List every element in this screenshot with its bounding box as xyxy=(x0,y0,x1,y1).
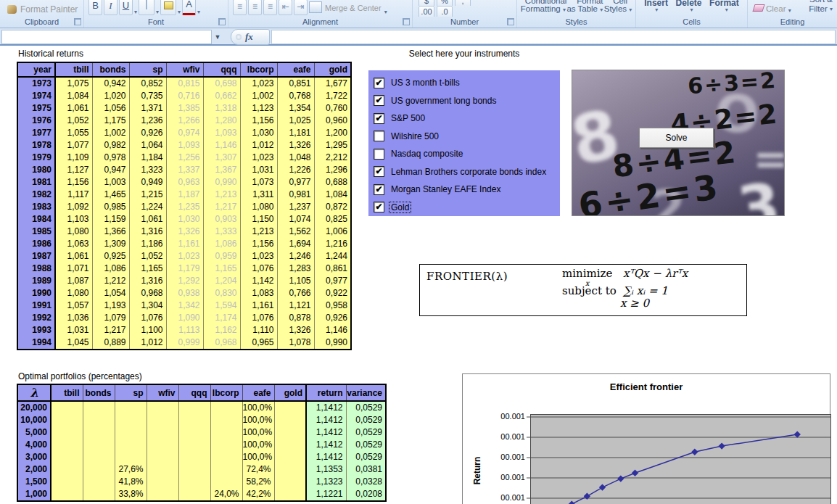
hist-value-cell[interactable]: 1,354 xyxy=(277,102,314,115)
hist-value-cell[interactable]: 0,999 xyxy=(166,336,203,350)
hist-value-cell[interactable]: 1,224 xyxy=(129,201,166,213)
port-col-wfiv[interactable]: wfiv xyxy=(147,384,178,401)
hist-year-cell[interactable]: 1991 xyxy=(17,299,55,312)
hist-col-lbcorp[interactable]: lbcorp xyxy=(240,62,277,77)
port-weight-cell[interactable] xyxy=(178,476,210,488)
hist-value-cell[interactable]: 1,031 xyxy=(240,164,277,176)
port-weight-cell[interactable]: 58,2% xyxy=(242,476,274,488)
port-variance-cell[interactable]: 0,0208 xyxy=(346,488,386,501)
hist-value-cell[interactable]: 1,063 xyxy=(55,238,92,250)
hist-value-cell[interactable]: 0,878 xyxy=(277,312,314,324)
alignment-dialog-launcher-icon[interactable] xyxy=(403,18,410,25)
hist-value-cell[interactable]: 1,161 xyxy=(240,299,277,312)
conditional-formatting-button[interactable]: Formatting ▾ xyxy=(521,4,566,13)
insert-dropdown-icon[interactable]: ▾ xyxy=(655,7,658,13)
hist-year-cell[interactable]: 1993 xyxy=(17,324,55,336)
hist-value-cell[interactable]: 1,256 xyxy=(166,152,203,164)
delete-dropdown-icon[interactable]: ▾ xyxy=(690,7,693,13)
hist-value-cell[interactable]: 1,031 xyxy=(55,324,92,336)
hist-value-cell[interactable]: 1,084 xyxy=(314,189,351,201)
instrument-checkbox[interactable]: ✔ xyxy=(374,184,384,195)
port-col-λ[interactable]: λ xyxy=(17,384,51,401)
hist-value-cell[interactable]: 1,079 xyxy=(92,312,129,324)
hist-year-cell[interactable]: 1989 xyxy=(17,275,55,287)
port-weight-cell[interactable] xyxy=(51,463,83,476)
hist-value-cell[interactable]: 0,982 xyxy=(92,139,129,152)
hist-col-wfiv[interactable]: wfiv xyxy=(166,62,203,77)
hist-value-cell[interactable]: 1,213 xyxy=(203,189,240,201)
hist-value-cell[interactable]: 1,465 xyxy=(92,189,129,201)
port-weight-cell[interactable] xyxy=(210,451,242,463)
hist-value-cell[interactable]: 1,121 xyxy=(277,299,314,312)
hist-value-cell[interactable]: 0,960 xyxy=(314,115,351,127)
hist-value-cell[interactable]: 1,054 xyxy=(92,287,129,299)
hist-value-cell[interactable]: 0,716 xyxy=(166,90,203,102)
instrument-checkbox[interactable]: ✔ xyxy=(374,113,384,124)
hist-value-cell[interactable]: 1,105 xyxy=(277,275,314,287)
hist-value-cell[interactable]: 1,385 xyxy=(166,102,203,115)
port-weight-cell[interactable] xyxy=(210,439,242,451)
hist-value-cell[interactable]: 0,872 xyxy=(314,201,351,213)
hist-value-cell[interactable]: 1,179 xyxy=(166,263,203,275)
hist-value-cell[interactable]: 1,117 xyxy=(55,189,92,201)
hist-value-cell[interactable]: 1,074 xyxy=(277,213,314,226)
port-col-tbill[interactable]: tbill xyxy=(51,384,83,401)
hist-value-cell[interactable]: 1,080 xyxy=(240,201,277,213)
hist-value-cell[interactable]: 1,677 xyxy=(314,77,351,90)
port-weight-cell[interactable] xyxy=(115,401,147,414)
port-return-cell[interactable]: 1,1323 xyxy=(306,476,346,488)
hist-value-cell[interactable]: 1,216 xyxy=(314,238,351,250)
hist-value-cell[interactable]: 1,100 xyxy=(129,324,166,336)
hist-value-cell[interactable]: 1,161 xyxy=(166,238,203,250)
hist-value-cell[interactable]: 0,925 xyxy=(92,250,129,263)
hist-value-cell[interactable]: 1,093 xyxy=(203,127,240,139)
port-weight-cell[interactable] xyxy=(274,451,306,463)
hist-value-cell[interactable]: 1,045 xyxy=(55,336,92,350)
hist-year-cell[interactable]: 1976 xyxy=(17,115,55,127)
hist-value-cell[interactable]: 0,768 xyxy=(277,90,314,102)
hist-value-cell[interactable]: 1,061 xyxy=(55,250,92,263)
port-variance-cell[interactable]: 0,0529 xyxy=(346,401,386,414)
underline-button[interactable]: U xyxy=(119,0,133,15)
port-return-cell[interactable]: 1,1412 xyxy=(306,426,346,439)
efficient-frontier-chart[interactable]: Efficient frontier Return 00.00100.00100… xyxy=(462,373,830,504)
hist-value-cell[interactable]: 1,200 xyxy=(314,127,351,139)
hist-value-cell[interactable]: 1,326 xyxy=(166,226,203,238)
hist-value-cell[interactable]: 1,109 xyxy=(55,152,92,164)
hist-value-cell[interactable]: 1,156 xyxy=(240,115,277,127)
number-dialog-launcher-icon[interactable] xyxy=(507,18,514,25)
instrument-checkbox[interactable] xyxy=(374,131,384,141)
hist-value-cell[interactable]: 0,959 xyxy=(203,250,240,263)
instrument-checkbox[interactable]: ✔ xyxy=(374,166,384,177)
port-weight-cell[interactable]: 100,0% xyxy=(242,439,274,451)
hist-value-cell[interactable]: 1,020 xyxy=(92,90,129,102)
hist-year-cell[interactable]: 1987 xyxy=(17,250,55,263)
hist-value-cell[interactable]: 1,076 xyxy=(129,312,166,324)
underline-dropdown-icon[interactable]: ▾ xyxy=(134,9,137,15)
port-col-lbcorp[interactable]: lbcorp xyxy=(210,384,242,401)
hist-year-cell[interactable]: 1994 xyxy=(17,336,55,350)
hist-value-cell[interactable]: 1,181 xyxy=(277,127,314,139)
hist-value-cell[interactable]: 1,283 xyxy=(277,263,314,275)
port-weight-cell[interactable] xyxy=(178,463,210,476)
hist-value-cell[interactable]: 1,076 xyxy=(240,312,277,324)
hist-value-cell[interactable]: 1,193 xyxy=(92,299,129,312)
hist-value-cell[interactable]: 1,165 xyxy=(203,263,240,275)
port-weight-cell[interactable] xyxy=(147,488,178,501)
increase-indent-button[interactable]: ⇥ xyxy=(294,0,308,15)
hist-col-bonds[interactable]: bonds xyxy=(92,62,129,77)
hist-value-cell[interactable]: 0,938 xyxy=(166,287,203,299)
port-weight-cell[interactable]: 100,0% xyxy=(242,451,274,463)
clear-button[interactable]: Clear ▾ xyxy=(754,4,791,14)
hist-value-cell[interactable]: 1,127 xyxy=(55,164,92,176)
hist-value-cell[interactable]: 1,162 xyxy=(203,324,240,336)
port-weight-cell[interactable] xyxy=(274,488,306,501)
port-lambda-cell[interactable]: 4,000 xyxy=(17,439,51,451)
hist-value-cell[interactable]: 0,947 xyxy=(92,164,129,176)
hist-value-cell[interactable]: 1,366 xyxy=(92,226,129,238)
port-weight-cell[interactable] xyxy=(178,414,210,426)
hist-col-sp[interactable]: sp xyxy=(129,62,166,77)
hist-year-cell[interactable]: 1979 xyxy=(17,152,55,164)
hist-value-cell[interactable]: 0,825 xyxy=(314,213,351,226)
port-weight-cell[interactable] xyxy=(210,463,242,476)
